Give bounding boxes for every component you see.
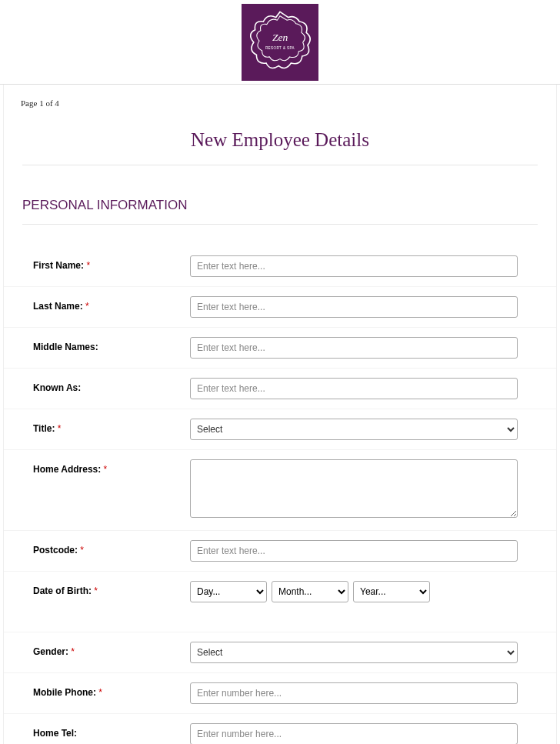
label-middle-names: Middle Names: <box>22 337 190 352</box>
label-text: Gender: <box>33 646 68 657</box>
logo-brand-text: Zen <box>272 32 288 43</box>
row-mobile-phone: Mobile Phone: * <box>4 673 556 714</box>
form-page: Page 1 of 4 New Employee Details PERSONA… <box>3 85 557 744</box>
label-last-name: Last Name: * <box>22 296 190 312</box>
required-marker: * <box>94 586 98 596</box>
row-last-name: Last Name: * <box>4 287 556 328</box>
header: Zen RESORT & SPA <box>0 0 560 85</box>
required-marker: * <box>98 687 102 698</box>
mobile-phone-input[interactable] <box>190 682 518 704</box>
label-text: Last Name: <box>33 301 83 312</box>
middle-names-input[interactable] <box>190 337 518 359</box>
title-divider <box>22 165 538 165</box>
page-indicator: Page 1 of 4 <box>4 85 556 108</box>
row-date-of-birth: Date of Birth: * Day... Month... Year... <box>4 572 556 632</box>
last-name-input[interactable] <box>190 296 518 318</box>
dob-month-select[interactable]: Month... <box>272 581 348 602</box>
postcode-input[interactable] <box>190 540 518 562</box>
row-first-name: First Name: * <box>4 246 556 287</box>
page-title: New Employee Details <box>4 129 556 151</box>
label-text: Middle Names: <box>33 342 98 352</box>
known-as-input[interactable] <box>190 378 518 399</box>
required-marker: * <box>85 301 89 312</box>
logo-brand-subtext: RESORT & SPA <box>265 46 295 50</box>
dob-day-select[interactable]: Day... <box>190 581 267 602</box>
home-address-textarea[interactable] <box>190 459 518 518</box>
label-text: Known As: <box>33 382 81 393</box>
dob-group: Day... Month... Year... <box>190 581 538 602</box>
label-gender: Gender: * <box>22 642 190 657</box>
required-marker: * <box>104 464 108 475</box>
brand-logo: Zen RESORT & SPA <box>242 4 318 81</box>
home-tel-input[interactable] <box>190 723 518 744</box>
row-home-address: Home Address: * <box>4 450 556 531</box>
label-known-as: Known As: <box>22 378 190 393</box>
dob-year-select[interactable]: Year... <box>353 581 430 602</box>
row-title: Title: * Select <box>4 409 556 450</box>
section-divider <box>22 224 538 225</box>
section-heading-personal-info: PERSONAL INFORMATION <box>4 198 556 224</box>
label-mobile-phone: Mobile Phone: * <box>22 682 190 698</box>
label-postcode: Postcode: * <box>22 540 190 555</box>
label-text: Title: <box>33 423 55 434</box>
required-marker: * <box>80 545 84 555</box>
row-postcode: Postcode: * <box>4 531 556 572</box>
gender-select[interactable]: Select <box>190 642 518 663</box>
required-marker: * <box>58 423 62 434</box>
first-name-input[interactable] <box>190 255 518 277</box>
label-text: First Name: <box>33 260 84 271</box>
label-text: Mobile Phone: <box>33 687 96 698</box>
label-home-address: Home Address: * <box>22 459 190 475</box>
row-middle-names: Middle Names: <box>4 328 556 369</box>
title-select[interactable]: Select <box>190 419 518 440</box>
row-known-as: Known As: <box>4 369 556 409</box>
label-date-of-birth: Date of Birth: * <box>22 581 190 596</box>
row-gender: Gender: * Select <box>4 632 556 673</box>
row-home-tel: Home Tel: <box>4 714 556 744</box>
zen-logo-icon: Zen RESORT & SPA <box>245 8 315 77</box>
label-text: Date of Birth: <box>33 586 92 596</box>
label-text: Postcode: <box>33 545 78 555</box>
label-title: Title: * <box>22 419 190 434</box>
label-home-tel: Home Tel: <box>22 723 190 739</box>
label-text: Home Tel: <box>33 728 77 739</box>
label-first-name: First Name: * <box>22 255 190 271</box>
required-marker: * <box>86 260 90 271</box>
label-text: Home Address: <box>33 464 101 475</box>
required-marker: * <box>71 646 75 657</box>
